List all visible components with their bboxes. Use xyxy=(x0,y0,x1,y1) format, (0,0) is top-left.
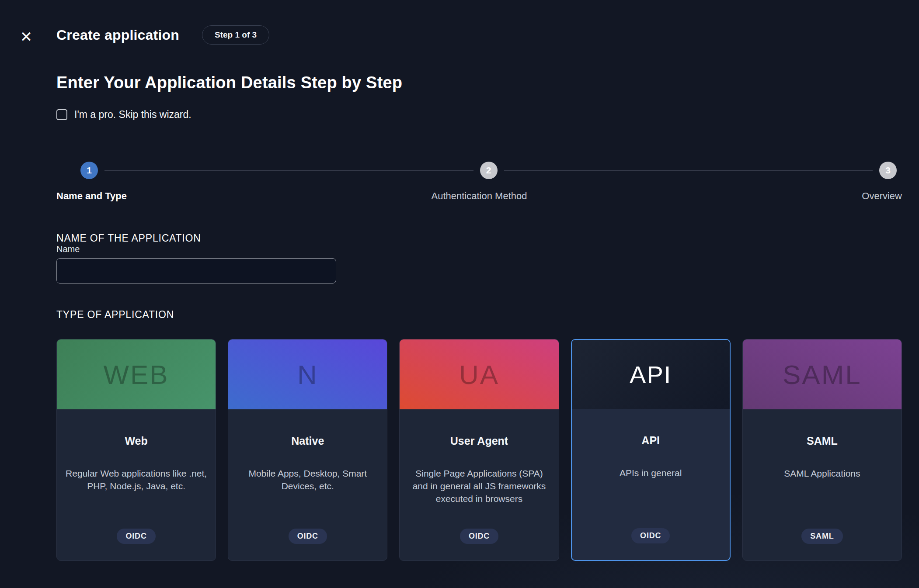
step-label-overview: Overview xyxy=(527,190,902,202)
card-description: SAML Applications xyxy=(784,467,860,480)
user-agent-card-body: User Agent Single Page Applications (SPA… xyxy=(400,409,558,560)
web-card-banner: WEB xyxy=(57,339,216,409)
skip-wizard-checkbox[interactable] xyxy=(56,109,67,120)
native-card-body: Native Mobile Apps, Desktop, Smart Devic… xyxy=(228,409,387,560)
card-title: SAML xyxy=(807,435,838,447)
card-description: APIs in general xyxy=(620,467,682,480)
name-section-title: NAME OF THE APPLICATION xyxy=(56,232,902,244)
api-card-body: API APIs in general OIDC xyxy=(572,409,730,560)
card-description: Single Page Applications (SPA) and in ge… xyxy=(408,467,550,505)
user-agent-card-letter: UA xyxy=(459,359,499,390)
card-protocol-badge: OIDC xyxy=(631,528,670,543)
app-type-card-grid: WEB Web Regular Web applications like .n… xyxy=(56,339,902,561)
web-card-letter: WEB xyxy=(103,359,169,390)
card-title: User Agent xyxy=(450,435,508,447)
page-title: Create application xyxy=(56,27,179,43)
type-section: TYPE OF APPLICATION WEB Web Regular Web … xyxy=(56,309,902,561)
card-title: API xyxy=(641,434,660,447)
wizard-stepper: 1 2 3 Name and Type Authentication Metho… xyxy=(56,162,902,202)
card-protocol-badge: OIDC xyxy=(117,529,155,544)
card-title: Native xyxy=(291,435,324,447)
stepper-track: 1 2 3 xyxy=(56,162,902,179)
app-type-card-saml[interactable]: SAML SAML SAML Applications SAML xyxy=(742,339,902,561)
saml-card-letter: SAML xyxy=(783,359,862,390)
card-title: Web xyxy=(125,435,147,447)
step-circle-3: 3 xyxy=(879,162,897,179)
application-name-input[interactable] xyxy=(56,258,336,284)
skip-wizard-option[interactable]: I'm a pro. Skip this wizard. xyxy=(56,109,902,121)
card-protocol-badge: OIDC xyxy=(460,529,498,544)
name-section: NAME OF THE APPLICATION Name xyxy=(56,232,902,284)
web-card-body: Web Regular Web applications like .net, … xyxy=(57,409,216,560)
card-protocol-badge: SAML xyxy=(801,529,842,544)
step-label-authentication-method: Authentication Method xyxy=(432,190,527,202)
saml-card-body: SAML SAML Applications SAML xyxy=(743,409,902,560)
app-type-card-web[interactable]: WEB Web Regular Web applications like .n… xyxy=(56,339,216,561)
native-card-banner: N xyxy=(228,339,387,409)
api-card-banner: API xyxy=(572,340,730,409)
close-icon[interactable]: ✕ xyxy=(17,27,36,46)
app-type-card-user-agent[interactable]: UA User Agent Single Page Applications (… xyxy=(399,339,559,561)
user-agent-card-banner: UA xyxy=(400,339,558,409)
stepper-connector xyxy=(504,170,873,171)
step-circle-1: 1 xyxy=(80,162,98,179)
stepper-labels: Name and Type Authentication Method Over… xyxy=(56,190,902,202)
step-label-name-and-type: Name and Type xyxy=(56,190,432,202)
type-section-title: TYPE OF APPLICATION xyxy=(56,309,902,321)
app-type-card-native[interactable]: N Native Mobile Apps, Desktop, Smart Dev… xyxy=(228,339,387,561)
dialog-header: Create application Step 1 of 3 xyxy=(56,0,902,45)
native-card-letter: N xyxy=(297,359,318,390)
wizard-heading: Enter Your Application Details Step by S… xyxy=(56,73,902,92)
card-description: Regular Web applications like .net, PHP,… xyxy=(66,467,207,493)
card-protocol-badge: OIDC xyxy=(289,529,327,544)
step-badge: Step 1 of 3 xyxy=(202,25,269,45)
stepper-connector xyxy=(104,170,473,171)
api-card-letter: API xyxy=(630,360,672,389)
app-type-card-api[interactable]: API API APIs in general OIDC xyxy=(571,339,731,561)
saml-card-banner: SAML xyxy=(743,339,902,409)
step-circle-2: 2 xyxy=(480,162,498,179)
name-field-label: Name xyxy=(56,244,80,254)
card-description: Mobile Apps, Desktop, Smart Devices, etc… xyxy=(237,467,378,493)
skip-wizard-label: I'm a pro. Skip this wizard. xyxy=(74,109,191,121)
